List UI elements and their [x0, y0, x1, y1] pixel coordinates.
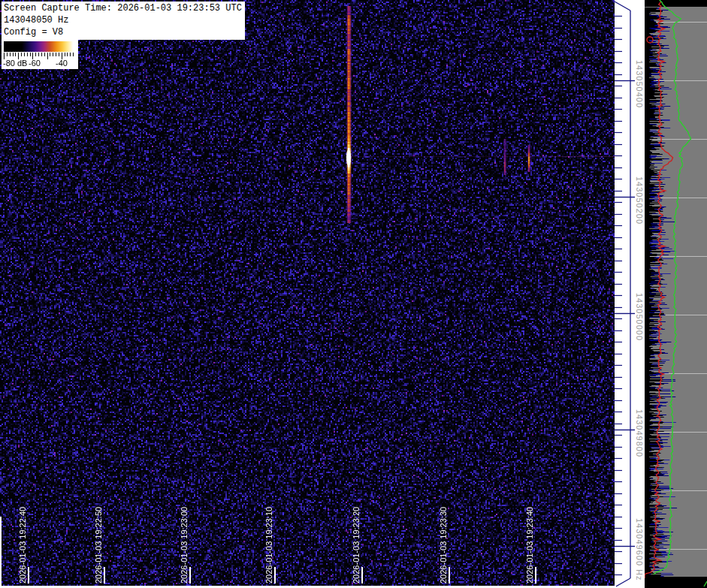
- time-tick-mark: [274, 567, 276, 583]
- time-tick-mark: [535, 567, 536, 583]
- time-tick-label: 2026-01-03 19:23:40: [525, 507, 534, 583]
- color-gradient-bar: [4, 41, 76, 52]
- time-tick-label: 2026-01-03 19:22:40: [18, 507, 27, 583]
- frequency-axis: 143050400 143050200 143050000 143049800 …: [615, 0, 645, 588]
- spectrogram-waterfall: [0, 0, 615, 588]
- freq-tick-label: 143050200: [635, 176, 644, 225]
- spectrum-panel: [645, 0, 707, 588]
- speclab-screen-capture: 2026-01-03 19:22:40 2026-01-03 19:22:50 …: [0, 0, 707, 588]
- freq-tick-label: 143049800: [635, 409, 644, 457]
- time-tick-label: 2026-01-03 19:23:20: [352, 507, 361, 583]
- center-frequency-text: 143048050 Hz: [4, 14, 242, 26]
- time-tick-mark: [361, 567, 363, 583]
- time-tick-mark: [449, 567, 450, 583]
- freq-tick-label: 143050000: [635, 293, 644, 341]
- capture-time-text: Screen Capture Time: 2026-01-03 19:23:53…: [4, 2, 242, 14]
- capture-info-box: Screen Capture Time: 2026-01-03 19:23:53…: [2, 2, 245, 40]
- scale-label-mid: -60: [29, 59, 41, 68]
- color-scale-labels: -80 dB -60 -40: [2, 59, 78, 68]
- window-border-left: [0, 517, 2, 588]
- freq-tick-label: 143050400: [635, 60, 644, 108]
- time-tick-label: 2026-01-03 19:23:30: [439, 507, 448, 583]
- time-tick-mark: [189, 567, 191, 583]
- freq-tick-label: 143049600 Hz: [635, 518, 644, 581]
- time-tick-label: 2026-01-03 19:22:50: [94, 507, 103, 583]
- scale-label-max: -40: [56, 59, 68, 68]
- time-tick-mark: [28, 567, 29, 583]
- time-tick-mark: [104, 567, 105, 583]
- scale-label-min: -80 dB: [3, 59, 27, 68]
- config-text: Config = V8: [4, 26, 242, 38]
- color-scale-legend: -80 dB -60 -40: [2, 39, 78, 69]
- time-tick-label: 2026-01-03 19:23:10: [264, 507, 273, 583]
- time-tick-label: 2026-01-03 19:23:00: [180, 507, 189, 583]
